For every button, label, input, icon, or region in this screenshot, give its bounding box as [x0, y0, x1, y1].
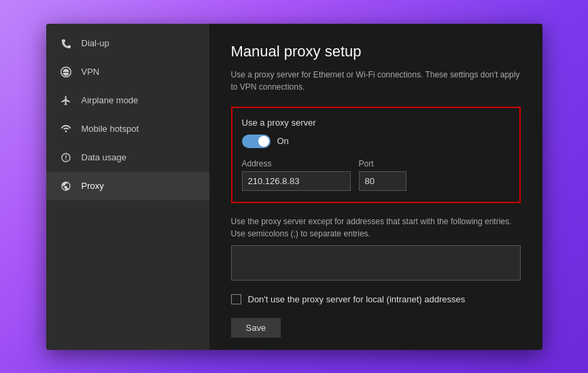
proxy-toggle[interactable] — [242, 135, 271, 148]
address-field-group: Address — [242, 159, 351, 191]
save-button[interactable]: Save — [231, 318, 281, 338]
proxy-server-section: Use a proxy server On Address Port — [231, 107, 521, 203]
airplane-icon — [60, 94, 72, 107]
local-addresses-checkbox[interactable] — [231, 294, 241, 304]
page-description: Use a proxy server for Ethernet or Wi-Fi… — [231, 69, 521, 93]
sidebar-item-label: Dial-up — [82, 38, 109, 48]
toggle-row: On — [242, 135, 510, 148]
sidebar-item-proxy[interactable]: Proxy — [46, 172, 209, 200]
toggle-state-label: On — [277, 136, 289, 146]
vpn-icon — [60, 66, 72, 78]
main-content: Manual proxy setup Use a proxy server fo… — [209, 24, 542, 350]
sidebar: Dial-up VPN Airplane mode — [46, 24, 209, 350]
address-port-row: Address Port — [242, 159, 510, 191]
port-label: Port — [359, 159, 407, 168]
hotspot-icon — [60, 123, 72, 135]
page-title: Manual proxy setup — [231, 43, 521, 60]
toggle-knob — [258, 136, 269, 147]
globe-icon — [60, 180, 72, 192]
port-input[interactable] — [359, 171, 407, 191]
data-icon — [60, 152, 72, 164]
sidebar-item-dial-up[interactable]: Dial-up — [46, 29, 209, 58]
exceptions-description: Use the proxy server except for addresse… — [231, 215, 521, 240]
port-field-group: Port — [359, 159, 407, 191]
address-label: Address — [242, 159, 351, 168]
proxy-section-label: Use a proxy server — [242, 118, 510, 128]
sidebar-item-label: Airplane mode — [82, 95, 139, 105]
settings-window: Dial-up VPN Airplane mode — [46, 24, 542, 350]
exceptions-textarea[interactable] — [231, 245, 521, 281]
sidebar-item-label: Mobile hotspot — [82, 124, 139, 134]
sidebar-item-mobile-hotspot[interactable]: Mobile hotspot — [46, 115, 209, 143]
sidebar-item-label: Data usage — [82, 152, 127, 162]
sidebar-item-label: VPN — [82, 67, 100, 77]
address-input[interactable] — [242, 171, 351, 191]
sidebar-item-airplane-mode[interactable]: Airplane mode — [46, 86, 209, 115]
checkbox-label: Don't use the proxy server for local (in… — [248, 294, 466, 304]
sidebar-item-vpn[interactable]: VPN — [46, 58, 209, 86]
sidebar-item-label: Proxy — [82, 181, 104, 191]
sidebar-item-data-usage[interactable]: Data usage — [46, 143, 209, 172]
phone-icon — [60, 37, 72, 50]
checkbox-row: Don't use the proxy server for local (in… — [231, 294, 521, 304]
